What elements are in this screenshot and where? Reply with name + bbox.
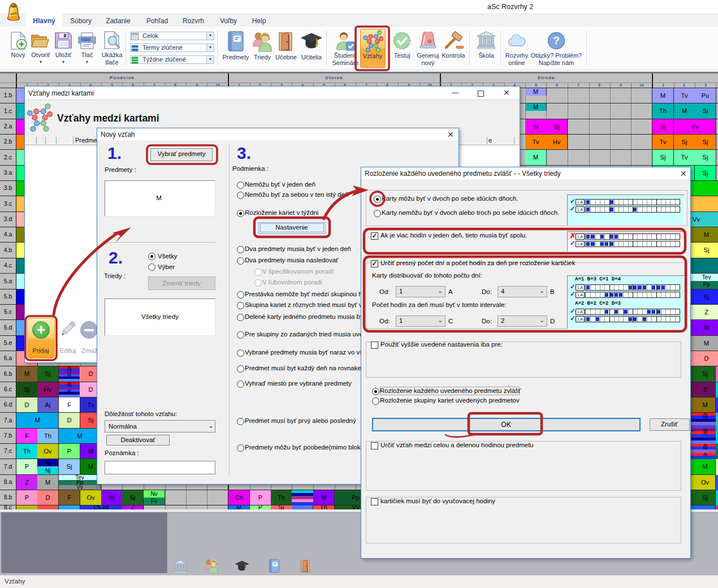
svg-text:?: ? (553, 34, 560, 46)
